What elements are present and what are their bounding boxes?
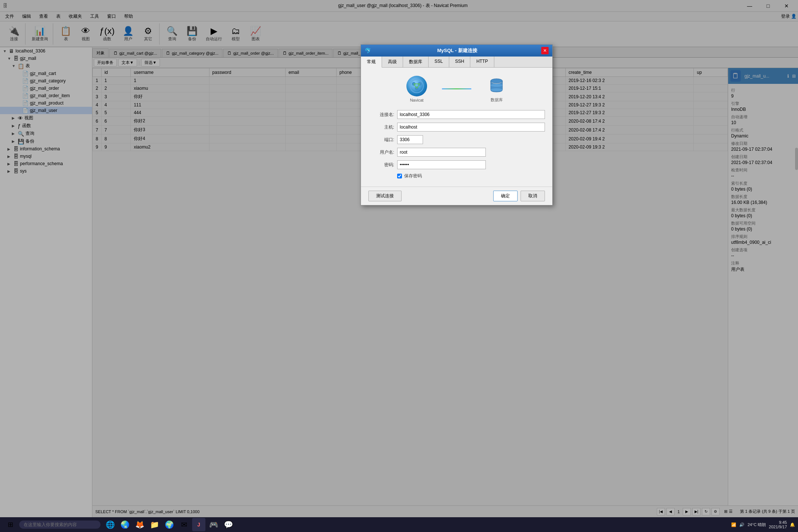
modal-overlay: 🐬 MySQL - 新建连接 ✕ 常规 高级 数据库 SSL SSH HTTP [0,0,798,517]
port-label: 端口: [368,137,394,143]
port-input[interactable] [397,135,423,144]
volume-icon: 🔊 [739,522,744,527]
connection-line [442,88,471,89]
notification-icon[interactable]: 🔔 [790,522,795,527]
password-label: 密码: [368,162,394,168]
navicat-icon [406,76,427,96]
database-area: 数据库 [486,75,507,103]
taskbar-app-game[interactable]: 🎮 [207,518,220,531]
confirm-button[interactable]: 确定 [493,191,518,201]
date-display: 2021/9/17 [769,525,787,529]
dialog-tabs: 常规 高级 数据库 SSL SSH HTTP [361,57,552,68]
taskbar-app-edge[interactable]: 🌐 [103,518,117,531]
form-row-host: 主机: [368,123,545,132]
test-connection-button[interactable]: 测试连接 [368,191,402,201]
connection-name-input[interactable] [397,110,545,119]
dialog-tab-database[interactable]: 数据库 [403,57,429,67]
username-input[interactable] [397,148,486,157]
taskbar-search-input[interactable] [19,521,100,529]
dialog-title-bar: 🐬 MySQL - 新建连接 ✕ [361,45,552,57]
taskbar-right: 📶 🔊 24°C 晴朗 9:45 2021/9/17 🔔 [731,520,795,529]
form-row-connection-name: 连接名: [368,110,545,119]
start-button[interactable]: ⊞ [3,517,18,532]
network-icon: 📶 [731,522,736,527]
time-display: 9:45 [779,520,787,525]
form-row-username: 用户名: [368,148,545,157]
form-row-password: 密码: [368,160,545,169]
username-label: 用户名: [368,149,394,156]
taskbar-app-mail[interactable]: ✉ [177,518,191,531]
dialog-tab-ssl[interactable]: SSL [429,57,449,67]
save-password-label: 保存密码 [404,173,422,179]
svg-point-7 [491,79,502,83]
navicat-logo-area: Navicat [406,76,427,102]
svg-point-0 [410,79,423,93]
cancel-button[interactable]: 取消 [521,191,545,201]
taskbar-app-idea[interactable]: J [192,518,205,531]
host-input[interactable] [397,123,545,132]
form-row-port: 端口: [368,135,545,144]
password-input[interactable] [397,160,486,169]
dialog-icon: 🐬 [365,48,371,54]
dialog-close-button[interactable]: ✕ [541,47,549,54]
taskbar: ⊞ 🌐 🌏 🦊 📁 🌍 ✉ J 🎮 💬 📶 🔊 24°C 晴朗 9:45 202… [0,517,798,532]
dialog-tab-ssh[interactable]: SSH [449,57,471,67]
taskbar-apps: 🌐 🌏 🦊 📁 🌍 ✉ J 🎮 💬 [103,518,235,531]
dialog-tab-advanced[interactable]: 高级 [382,57,403,67]
svg-point-8 [491,84,502,87]
taskbar-app-folder[interactable]: 📁 [148,518,161,531]
dialog-tab-http[interactable]: HTTP [470,57,494,67]
taskbar-app-browser2[interactable]: 🦊 [133,518,146,531]
form-row-save-password: 保存密码 [397,173,545,179]
dialog-footer: 测试连接 确定 取消 [361,187,552,205]
taskbar-app-ie[interactable]: 🌍 [163,518,176,531]
navicat-label: Navicat [410,98,424,102]
database-label: 数据库 [491,97,503,103]
database-icon [486,75,507,96]
weather-info: 24°C 晴朗 [747,522,766,528]
clock: 9:45 2021/9/17 [769,520,787,529]
save-password-checkbox[interactable] [397,174,402,178]
dialog-icon-area: Navicat 数据库 [368,75,545,103]
taskbar-app-chrome[interactable]: 🌏 [118,518,132,531]
dialog-action-buttons: 确定 取消 [493,191,545,201]
dialog-tab-general[interactable]: 常规 [361,57,382,68]
connection-name-label: 连接名: [368,112,394,118]
taskbar-app-wechat[interactable]: 💬 [222,518,235,531]
new-connection-dialog: 🐬 MySQL - 新建连接 ✕ 常规 高级 数据库 SSL SSH HTTP [361,44,553,205]
dialog-body: Navicat 数据库 连接名: [361,68,552,187]
dialog-title: MySQL - 新建连接 [437,47,477,54]
host-label: 主机: [368,124,394,130]
svg-point-9 [491,88,502,91]
